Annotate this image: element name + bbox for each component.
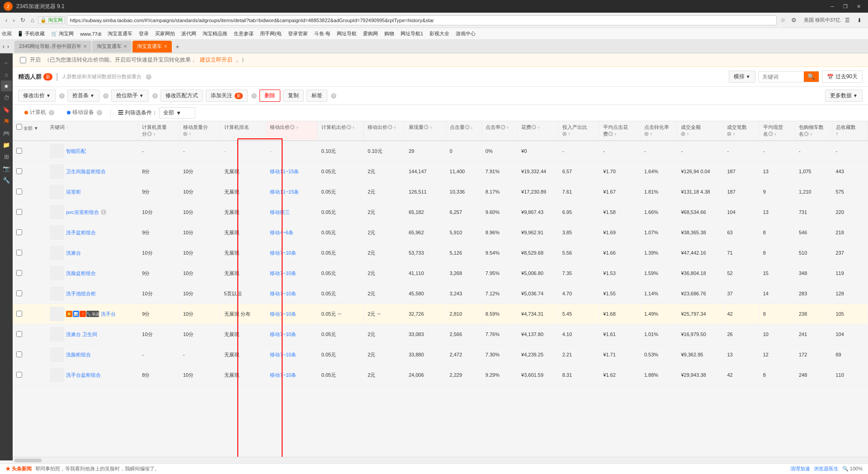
bookmark-shop[interactable]: 购物 (382, 29, 397, 38)
menu-icon[interactable]: ☰ (842, 16, 853, 24)
sidebar-grid[interactable]: ⊞ (1, 151, 12, 162)
tag-button[interactable]: 标签 (307, 90, 327, 102)
forward-button[interactable]: › (11, 16, 16, 24)
sidebar-folder[interactable]: 📁 (1, 139, 12, 150)
copy-button[interactable]: 复制 (283, 90, 304, 102)
keyword-link[interactable]: 洗手台 (101, 311, 116, 318)
row-checkbox[interactable] (16, 372, 22, 378)
bookmark-game[interactable]: 游戏中心 (453, 29, 478, 38)
delete-button[interactable]: 删除 (259, 90, 280, 102)
minimize-button[interactable]: ─ (827, 3, 838, 10)
column-selector[interactable]: 横排 ▼ (729, 71, 755, 83)
sidebar-bookmark[interactable]: 🔖 (1, 104, 12, 115)
row-checkbox[interactable] (16, 148, 22, 154)
sidebar-screenshot[interactable]: 📷 (1, 163, 12, 174)
back-button[interactable]: ‹ (4, 16, 9, 24)
bookmark-nav[interactable]: 网址导航 (334, 29, 359, 38)
refresh-button[interactable]: ↻ (19, 16, 27, 24)
row-checkbox[interactable] (16, 168, 22, 174)
row-checkbox[interactable] (16, 229, 22, 235)
sidebar-star[interactable]: ★ (1, 81, 12, 91)
bookmark-taobao[interactable]: 🛒 淘宝网 (48, 29, 76, 38)
row-checkbox[interactable] (16, 290, 22, 296)
tab-2345[interactable]: 2345网址导航-开创中国百年 ✕ (14, 41, 91, 52)
bookmark-login[interactable]: 登录 (136, 29, 151, 38)
bookmark-aigou[interactable]: 爱购网 (360, 29, 381, 38)
bookmark-yongshou[interactable]: 用手网(电 (257, 29, 284, 38)
icon-blue[interactable]: 📊 (73, 311, 79, 317)
sidebar-tools[interactable]: 🔧 (1, 175, 12, 185)
tab-close-2345[interactable]: ✕ (83, 44, 87, 49)
bookmark-zct1[interactable]: 淘宝直通车 (105, 29, 135, 38)
tab-prev[interactable]: ‹ (2, 43, 5, 51)
row-info-icon[interactable]: ℹ (101, 209, 106, 215)
bookmark-buyer[interactable]: 买家网拍 (152, 29, 178, 38)
sidebar-back[interactable]: ← (1, 57, 12, 68)
row-checkbox[interactable] (16, 209, 22, 215)
clean-speed[interactable]: 清理加速 (790, 465, 810, 472)
restore-button[interactable]: ❐ (840, 3, 851, 10)
tab-next[interactable]: › (6, 43, 10, 51)
bookmark-nav1[interactable]: 网址导航1 (398, 29, 426, 38)
keyword-link[interactable]: 洗手台盆柜组合 (66, 372, 101, 379)
tab-zct1[interactable]: 淘宝直通车 ✕ (92, 41, 132, 52)
keyword-link[interactable]: 智能匹配 (66, 148, 86, 155)
bookmark-douyu[interactable]: 斗鱼·每 (311, 29, 333, 38)
modify-match-button[interactable]: 修改匹配方式 (160, 90, 203, 102)
add-follow-button[interactable]: 添加关注 新 (206, 90, 248, 102)
bookmark-77di[interactable]: www.77di (77, 30, 104, 38)
sidebar-taobao[interactable]: 淘 (1, 116, 12, 127)
pc-bid-edit[interactable]: ✏ (338, 311, 342, 317)
tab-close-zct2[interactable]: ✕ (164, 44, 167, 49)
tab-add-button[interactable]: + (173, 42, 182, 51)
home-button[interactable]: ⌂ (29, 16, 36, 24)
icon-orange[interactable]: 🔔 (66, 311, 72, 317)
row-checkbox[interactable] (16, 351, 22, 357)
bookmark-shengyi[interactable]: 生意参谋 (231, 29, 256, 38)
download-icon[interactable]: ⬇ (854, 16, 864, 24)
bookmark-star[interactable]: ☆ (778, 16, 788, 24)
keyword-link[interactable]: 洗手池组合柜 (66, 290, 96, 297)
col-filter-select[interactable]: 全部 ▼ (159, 107, 195, 118)
close-button[interactable]: ✕ (853, 3, 864, 10)
h-scroll-thumb[interactable] (14, 459, 42, 462)
device-tab-pc[interactable]: 计算机 ? (18, 105, 61, 121)
mobile-bid-edit[interactable]: ✏ (377, 311, 381, 317)
extension-icon[interactable]: ⚙ (789, 16, 798, 24)
bookmark-denglu[interactable]: 登录管家 (285, 29, 311, 38)
select-all-checkbox[interactable] (16, 124, 22, 130)
keyword-link[interactable]: 洗漱台 卫生间 (66, 331, 97, 338)
search-button[interactable]: 🔍 (804, 71, 819, 82)
device-tab-mobile[interactable]: 移动设备 ? (61, 105, 108, 121)
h-scrollbar[interactable] (13, 457, 868, 463)
sidebar-home[interactable]: ⌂ (1, 69, 12, 80)
bookmark-paidai[interactable]: 派代网 (179, 29, 199, 38)
notif-link[interactable]: 建议立即开启 (200, 56, 232, 64)
keyword-link[interactable]: pvc浴室柜组合 (66, 209, 99, 216)
icon-gray[interactable]: 🔧 轨迹 (86, 311, 99, 317)
row-checkbox[interactable] (16, 311, 22, 317)
row-checkbox[interactable] (16, 250, 22, 256)
enable-checkbox[interactable] (20, 57, 26, 63)
row-checkbox[interactable] (16, 331, 22, 337)
icon-red[interactable]: ! (80, 311, 86, 317)
keyword-link[interactable]: 卫生间脸盆柜组合 (66, 168, 106, 175)
grab-hand-button[interactable]: 抢位助手 ▼ (111, 90, 149, 102)
bookmark-jingpin[interactable]: 淘宝精品推 (200, 29, 230, 38)
row-checkbox[interactable] (16, 189, 22, 194)
browser-doctor[interactable]: 浏览器医生 (814, 465, 839, 472)
keyword-link[interactable]: 洗手盆柜组合 (66, 229, 96, 236)
row-checkbox[interactable] (16, 270, 22, 276)
search-input[interactable] (759, 72, 804, 82)
keyword-link[interactable]: 洗脸盆柜组合 (66, 270, 96, 277)
address-input[interactable] (67, 15, 777, 25)
bookmark-video[interactable]: 影视大全 (427, 29, 452, 38)
bookmark-mobile[interactable]: 📱 手机收藏 (14, 29, 47, 38)
sidebar-game[interactable]: 🎮 (1, 128, 12, 138)
more-data-button[interactable]: 更多数据 ▼ (825, 90, 863, 102)
keyword-link[interactable]: 洗漱台 (66, 250, 81, 256)
period-selector[interactable]: 📅 过去90天 (822, 71, 863, 83)
grab-top-button[interactable]: 抢首条 ▼ (67, 90, 99, 102)
modify-bid-button[interactable]: 修改出价 ▼ (18, 90, 56, 102)
tab-zct2[interactable]: 淘宝直通车 ✕ (132, 41, 172, 52)
